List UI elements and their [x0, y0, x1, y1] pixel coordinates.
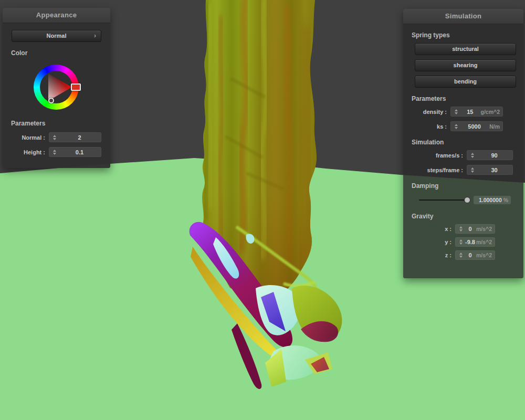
frames-stepper[interactable]: 90 [467, 150, 513, 160]
height-field-label: Height : [3, 149, 45, 155]
steps-field-row: steps/frame : 30 [403, 165, 513, 175]
stepper-arrows-icon[interactable] [450, 109, 459, 114]
gravity-z-row: z : 0 m/s^2 [403, 250, 495, 260]
ks-value: 5000 [459, 123, 489, 130]
damping-unit: % [503, 197, 508, 203]
height-value: 0.1 [58, 149, 101, 155]
spring-types-label: Spring types [412, 32, 523, 39]
shearing-button[interactable]: shearing [415, 59, 516, 71]
steps-value: 30 [476, 167, 513, 173]
stepper-arrows-icon[interactable] [467, 153, 476, 158]
gravity-x-value: 0 [464, 226, 476, 232]
sv-marker[interactable] [48, 98, 54, 103]
stepper-arrows-icon[interactable] [455, 253, 464, 258]
gravity-x-unit: m/s^2 [476, 226, 495, 232]
chevron-right-icon: › [94, 30, 96, 41]
slider-handle[interactable] [464, 197, 470, 203]
normal-field-label: Normal : [3, 134, 45, 141]
stepper-arrows-icon[interactable] [455, 239, 464, 245]
density-stepper[interactable]: 15 g/cm^2 [450, 107, 503, 117]
frames-value: 90 [476, 152, 513, 159]
gravity-label: Gravity [412, 213, 523, 220]
damping-label: Damping [412, 182, 523, 190]
color-section-label: Color [11, 49, 110, 57]
gravity-z-label: z : [403, 252, 452, 258]
gravity-y-value: -9.8 [464, 239, 476, 245]
density-field-label: density : [403, 109, 447, 115]
gravity-y-stepper[interactable]: -9.8 m/s^2 [455, 237, 495, 247]
appearance-parameters-label: Parameters [11, 120, 110, 127]
appearance-panel: Appearance Normal › Color Parameters Nor… [3, 8, 110, 168]
app-window: { "scene": { "wall_color": "#404040", "f… [0, 0, 525, 420]
gravity-z-stepper[interactable]: 0 m/s^2 [455, 250, 495, 260]
frames-field-label: frames/s : [403, 152, 463, 159]
gravity-x-row: x : 0 m/s^2 [403, 224, 495, 234]
stepper-arrows-icon[interactable] [467, 167, 476, 173]
normal-value: 2 [58, 134, 101, 141]
simulation-panel: Simulation Spring types structural shear… [403, 9, 523, 278]
ks-stepper[interactable]: 5000 N/m [450, 121, 503, 131]
gravity-y-row: y : -9.8 m/s^2 [403, 237, 495, 247]
steps-stepper[interactable]: 30 [467, 165, 513, 175]
damping-value-box[interactable]: 1.000000 % [474, 196, 511, 204]
hue-marker[interactable] [71, 83, 81, 91]
density-unit: g/cm^2 [481, 109, 503, 115]
bending-button[interactable]: bending [415, 76, 516, 88]
normal-field-row: Normal : 2 [3, 132, 101, 142]
steps-field-label: steps/frame : [403, 167, 463, 173]
gravity-y-unit: m/s^2 [476, 239, 495, 245]
stepper-arrows-icon[interactable] [49, 150, 58, 155]
ks-unit: N/m [489, 123, 503, 130]
height-stepper[interactable]: 0.1 [49, 147, 101, 157]
density-value: 15 [459, 109, 481, 115]
height-field-row: Height : 0.1 [3, 147, 101, 157]
gravity-z-unit: m/s^2 [476, 252, 495, 258]
color-wheel[interactable] [34, 65, 79, 110]
damping-slider[interactable] [419, 200, 469, 201]
density-field-row: density : 15 g/cm^2 [403, 107, 503, 117]
ks-field-row: ks : 5000 N/m [403, 121, 503, 131]
parameters-label: Parameters [412, 95, 523, 102]
ks-field-label: ks : [403, 123, 447, 130]
appearance-panel-titlebar[interactable]: Appearance [3, 8, 110, 23]
stepper-arrows-icon[interactable] [49, 135, 58, 140]
gravity-z-value: 0 [464, 252, 476, 258]
gravity-y-label: y : [403, 239, 452, 245]
normal-stepper[interactable]: 2 [49, 132, 101, 142]
simulation-panel-titlebar[interactable]: Simulation [403, 9, 523, 24]
damping-control: 1.000000 % [419, 196, 511, 204]
shader-dropdown[interactable]: Normal › [12, 30, 101, 42]
gravity-x-stepper[interactable]: 0 m/s^2 [455, 224, 495, 234]
stepper-arrows-icon[interactable] [455, 226, 464, 232]
frames-field-row: frames/s : 90 [403, 150, 513, 160]
structural-button[interactable]: structural [415, 43, 516, 55]
simulation-section-label: Simulation [412, 139, 523, 146]
stepper-arrows-icon[interactable] [450, 124, 459, 129]
damping-value: 1.000000 [479, 197, 502, 203]
gravity-x-label: x : [403, 226, 452, 232]
shader-dropdown-value: Normal [47, 33, 67, 39]
